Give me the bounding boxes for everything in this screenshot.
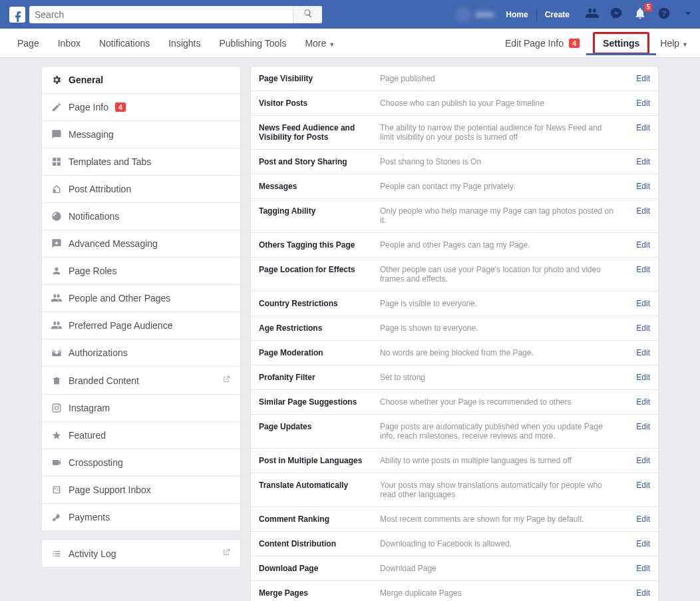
- messenger-icon[interactable]: [610, 7, 623, 22]
- settings-row: Comment RankingMost recent comments are …: [251, 507, 658, 532]
- svg-text:?: ?: [661, 9, 666, 17]
- sidebar-item-activity-log[interactable]: Activity Log: [42, 540, 240, 567]
- edit-link[interactable]: Edit: [623, 514, 650, 524]
- edit-link[interactable]: Edit: [623, 539, 650, 548]
- sidebar-item-label: Featured: [69, 430, 106, 441]
- edit-link[interactable]: Edit: [623, 481, 650, 499]
- row-label: Merge Pages: [259, 588, 373, 598]
- sidebar-item[interactable]: Branded Content: [42, 367, 240, 395]
- row-desc: Page is visible to everyone.: [380, 299, 617, 308]
- sidebar-item-label: Authorizations: [69, 347, 128, 358]
- edit-link[interactable]: Edit: [623, 348, 650, 357]
- edit-link[interactable]: Edit: [623, 240, 650, 250]
- edit-page-info-badge: 4: [569, 39, 580, 48]
- row-label: News Feed Audience and Visibility for Po…: [259, 123, 373, 142]
- settings-row: Tagging AbilityOnly people who help mana…: [251, 199, 658, 233]
- edit-link[interactable]: Edit: [623, 422, 650, 441]
- sidebar-item[interactable]: Payments: [42, 504, 240, 530]
- edit-link[interactable]: Edit: [623, 99, 650, 108]
- edit-link[interactable]: Edit: [623, 182, 650, 191]
- settings-row: Page UpdatesPage posts are automatically…: [251, 415, 658, 449]
- sidebar-icon: [51, 457, 62, 468]
- sidebar-item[interactable]: Advanced Messaging: [42, 230, 240, 258]
- help-icon[interactable]: ?: [657, 7, 671, 22]
- row-desc: Downloading to Facebook is allowed.: [380, 539, 617, 548]
- edit-link[interactable]: Edit: [623, 564, 650, 573]
- row-desc: Other people can use your Page's locatio…: [380, 265, 617, 284]
- row-label: Translate Automatically: [259, 481, 373, 499]
- sidebar-item-label: Crossposting: [69, 457, 123, 468]
- create-link[interactable]: Create: [538, 10, 576, 19]
- row-desc: People can contact my Page privately.: [380, 182, 617, 191]
- row-desc: Page is shown to everyone.: [380, 323, 617, 333]
- sidebar-item[interactable]: Messaging: [42, 121, 240, 148]
- tab-insights[interactable]: Insights: [159, 38, 210, 49]
- sidebar-item-label: Notifications: [69, 211, 119, 222]
- edit-link[interactable]: Edit: [623, 456, 650, 465]
- settings-row: Download PageDownload PageEdit: [251, 556, 658, 581]
- sidebar-icon: [51, 375, 62, 386]
- sidebar-item[interactable]: Crossposting: [42, 449, 240, 477]
- tab-more[interactable]: More▼: [295, 38, 344, 49]
- search-button[interactable]: [293, 6, 322, 23]
- sidebar-icon: [51, 211, 62, 222]
- sidebar-item[interactable]: Preferred Page Audience: [42, 312, 240, 339]
- tab-publishing-tools[interactable]: Publishing Tools: [210, 38, 295, 49]
- edit-link[interactable]: Edit: [623, 397, 650, 407]
- edit-link[interactable]: Edit: [623, 588, 650, 598]
- sidebar-item[interactable]: Page Roles: [42, 258, 240, 285]
- sidebar-icon: [51, 266, 62, 276]
- sidebar-item[interactable]: Notifications: [42, 203, 240, 230]
- row-desc: The ability to narrow the potential audi…: [380, 123, 617, 142]
- account-menu-icon[interactable]: [681, 7, 695, 22]
- edit-link[interactable]: Edit: [623, 206, 650, 225]
- search-input[interactable]: [29, 6, 322, 23]
- row-desc: Most recent comments are shown for my Pa…: [380, 514, 617, 524]
- sidebar-item[interactable]: People and Other Pages: [42, 285, 240, 312]
- settings-list: Page VisibilityPage publishedEditVisitor…: [250, 66, 659, 601]
- sidebar-item[interactable]: General: [42, 67, 240, 94]
- tab-page[interactable]: Page: [8, 38, 49, 49]
- edit-link[interactable]: Edit: [623, 157, 650, 166]
- edit-page-info[interactable]: Edit Page Info 4: [498, 38, 586, 49]
- settings-button[interactable]: Settings: [593, 32, 649, 55]
- edit-link[interactable]: Edit: [623, 373, 650, 382]
- row-desc: Download Page: [380, 564, 617, 573]
- tab-notifications[interactable]: Notifications: [90, 38, 159, 49]
- edit-link[interactable]: Edit: [623, 74, 650, 83]
- sidebar-icon: [51, 184, 62, 194]
- edit-link[interactable]: Edit: [623, 323, 650, 333]
- chevron-down-icon: ▼: [329, 41, 335, 48]
- profile-chip[interactable]: John: [450, 7, 500, 23]
- sidebar-item[interactable]: Templates and Tabs: [42, 148, 240, 176]
- sidebar-item-label: People and Other Pages: [69, 293, 170, 303]
- sidebar-item[interactable]: Authorizations: [42, 339, 240, 367]
- sidebar-item[interactable]: Instagram: [42, 395, 240, 422]
- row-desc: Ability to write posts in multiple langu…: [380, 456, 617, 465]
- sidebar-item[interactable]: Page Support Inbox: [42, 477, 240, 504]
- sidebar-icon: [51, 403, 62, 413]
- row-label: Visitor Posts: [259, 99, 373, 108]
- settings-row: Merge PagesMerge duplicate PagesEdit: [251, 581, 658, 601]
- edit-link[interactable]: Edit: [623, 265, 650, 284]
- sidebar-item-label: Post Attribution: [69, 184, 131, 194]
- edit-link[interactable]: Edit: [623, 123, 650, 142]
- edit-link[interactable]: Edit: [623, 299, 650, 308]
- home-link[interactable]: Home: [499, 10, 534, 19]
- sidebar-item[interactable]: Featured: [42, 422, 240, 449]
- row-label: Others Tagging this Page: [259, 240, 373, 250]
- settings-row: Page VisibilityPage publishedEdit: [251, 67, 658, 91]
- notifications-icon[interactable]: 5: [633, 7, 647, 22]
- sidebar-item[interactable]: Post Attribution: [42, 176, 240, 203]
- facebook-logo[interactable]: [9, 7, 25, 23]
- row-label: Country Restrictions: [259, 299, 373, 308]
- external-icon: [222, 375, 231, 386]
- sidebar-item-label: Page Roles: [69, 266, 116, 276]
- friend-requests-icon[interactable]: [586, 7, 599, 22]
- help-button[interactable]: Help▼: [656, 38, 692, 49]
- row-label: Age Restrictions: [259, 323, 373, 333]
- tab-inbox[interactable]: Inbox: [49, 38, 90, 49]
- sidebar-item-label: Payments: [69, 512, 110, 522]
- row-label: Post in Multiple Languages: [259, 456, 373, 465]
- sidebar-item[interactable]: Page Info4: [42, 94, 240, 121]
